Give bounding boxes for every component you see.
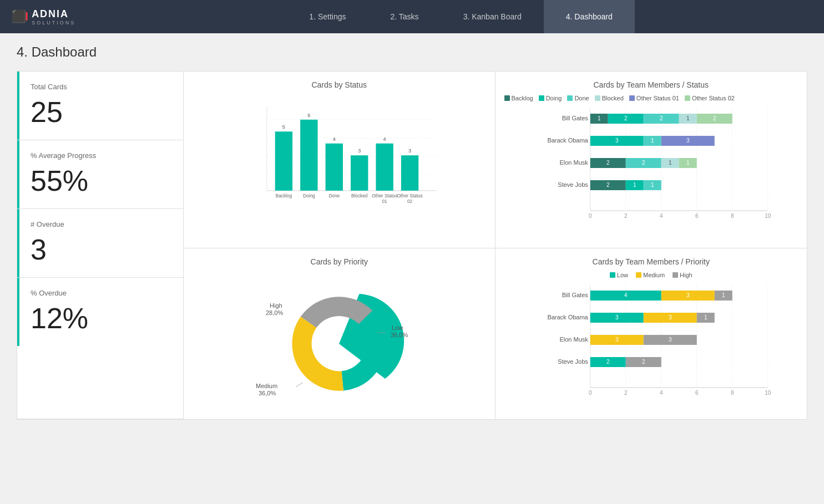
legend-backlog-label: Backlog	[512, 95, 533, 101]
svg-text:4: 4	[383, 136, 386, 142]
legend-backlog: Backlog	[504, 95, 533, 101]
svg-text:3: 3	[668, 314, 671, 320]
legend-doing-label: Doing	[546, 95, 562, 101]
svg-text:3: 3	[686, 138, 689, 144]
logo-text: ADNIA SOLUTIONS	[32, 8, 75, 26]
svg-text:0: 0	[588, 390, 592, 396]
svg-text:Other Status: Other Status	[372, 194, 397, 198]
svg-text:2: 2	[624, 115, 627, 121]
svg-rect-18	[376, 144, 393, 191]
svg-text:10: 10	[765, 213, 771, 219]
legend-done: Done	[567, 95, 589, 101]
svg-text:Backlog: Backlog	[276, 194, 292, 198]
svg-text:3: 3	[615, 138, 618, 144]
svg-text:5: 5	[282, 124, 285, 130]
svg-text:3: 3	[668, 337, 671, 343]
team-status-chart-title: Cards by Team Members / Status	[504, 80, 798, 89]
svg-text:Low: Low	[392, 324, 403, 331]
legend-medium-dot	[636, 272, 641, 278]
legend-done-label: Done	[574, 95, 589, 101]
total-cards-value: 25	[31, 98, 170, 126]
svg-text:Elon Musk: Elon Musk	[559, 159, 588, 166]
svg-text:4: 4	[333, 136, 336, 142]
team-priority-chart-panel: Cards by Team Members / Priority Low Med…	[496, 248, 807, 419]
legend-medium: Medium	[636, 272, 665, 278]
svg-text:28,0%: 28,0%	[266, 309, 283, 316]
status-chart-title: Cards by Status	[193, 80, 486, 89]
legend-doing-dot	[539, 95, 544, 101]
team-status-svg: 0 2 4 6 8 10 Bill Gates 1 2 2 1	[504, 108, 798, 230]
svg-text:Steve Jobs: Steve Jobs	[558, 358, 588, 365]
svg-rect-6	[275, 131, 292, 191]
svg-text:Other Status: Other Status	[397, 194, 422, 198]
nav-links: 1. Settings 2. Tasks 3. Kanban Board 4. …	[109, 0, 813, 33]
status-chart-svg: 5 Backlog 6 Doing 4 Done 3 Blocked	[209, 106, 481, 211]
legend-high: High	[673, 272, 692, 278]
svg-text:1: 1	[597, 115, 600, 121]
svg-text:2: 2	[624, 213, 627, 219]
legend-other01-dot	[629, 95, 635, 101]
svg-text:Elon Musk: Elon Musk	[559, 336, 588, 343]
svg-text:8: 8	[730, 390, 734, 396]
svg-text:4: 4	[659, 213, 663, 219]
svg-text:Steve Jobs: Steve Jobs	[558, 181, 588, 188]
svg-text:1: 1	[686, 115, 689, 121]
status-chart-panel: Cards by Status 5 Backlog	[184, 72, 496, 248]
avg-progress-value: 55%	[31, 166, 170, 195]
nav-tasks[interactable]: 2. Tasks	[368, 0, 441, 33]
legend-low-dot	[610, 272, 615, 278]
svg-text:02: 02	[407, 199, 413, 204]
svg-text:1: 1	[633, 182, 636, 188]
svg-text:4: 4	[659, 390, 663, 396]
priority-legend: Low Medium High	[504, 272, 798, 278]
svg-text:2: 2	[641, 359, 645, 365]
svg-text:3: 3	[358, 148, 361, 154]
legend-other02: Other Status 02	[685, 95, 735, 101]
overdue-count-label: # Overdue	[31, 220, 170, 228]
legend-low-label: Low	[617, 272, 628, 278]
navbar: ⬛I ADNIA SOLUTIONS 1. Settings 2. Tasks …	[0, 0, 824, 33]
svg-text:2: 2	[624, 390, 627, 396]
team-priority-svg: 0 2 4 6 8 10 Bill Gates 4 3 1 Barack Oba…	[504, 285, 798, 407]
svg-text:1: 1	[650, 182, 654, 188]
nav-dashboard[interactable]: 4. Dashboard	[544, 0, 635, 33]
svg-text:Barack Obama: Barack Obama	[547, 137, 588, 144]
svg-text:10: 10	[765, 390, 771, 396]
overdue-pct-card: % Overdue 12%	[17, 278, 183, 346]
nav-kanban[interactable]: 3. Kanban Board	[441, 0, 544, 33]
svg-text:Bill Gates: Bill Gates	[562, 292, 588, 298]
svg-text:1: 1	[686, 160, 689, 166]
svg-text:3: 3	[615, 337, 618, 343]
logo: ⬛I ADNIA SOLUTIONS	[11, 8, 75, 26]
overdue-count-value: 3	[31, 235, 170, 264]
svg-rect-12	[326, 144, 343, 191]
svg-text:36,0%: 36,0%	[259, 390, 276, 396]
legend-backlog-dot	[504, 95, 510, 101]
svg-text:1: 1	[721, 292, 725, 298]
svg-text:3: 3	[408, 148, 411, 154]
legend-medium-label: Medium	[643, 272, 665, 278]
priority-chart-title: Cards by Priority	[193, 257, 486, 266]
overdue-pct-value: 12%	[31, 304, 170, 333]
svg-text:6: 6	[307, 113, 310, 118]
svg-text:8: 8	[730, 213, 734, 219]
svg-text:2: 2	[659, 115, 663, 121]
stat-section: Total Cards 25 % Average Progress 55% # …	[17, 72, 184, 419]
svg-text:1: 1	[704, 314, 707, 320]
svg-text:3: 3	[615, 314, 618, 320]
svg-text:Done: Done	[328, 194, 340, 198]
avg-progress-card: % Average Progress 55%	[17, 140, 183, 209]
svg-text:36,0%: 36,0%	[391, 332, 408, 338]
legend-low: Low	[610, 272, 628, 278]
svg-text:01: 01	[382, 199, 388, 204]
logo-icon: ⬛I	[11, 9, 27, 24]
svg-text:2: 2	[606, 359, 609, 365]
svg-text:1: 1	[668, 160, 671, 166]
svg-rect-15	[351, 155, 368, 191]
nav-settings[interactable]: 1. Settings	[287, 0, 368, 33]
svg-text:Medium: Medium	[256, 383, 277, 389]
dashboard-grid: Total Cards 25 % Average Progress 55% # …	[17, 71, 807, 420]
legend-blocked: Blocked	[595, 95, 624, 101]
legend-doing: Doing	[539, 95, 562, 101]
svg-text:6: 6	[695, 390, 698, 396]
